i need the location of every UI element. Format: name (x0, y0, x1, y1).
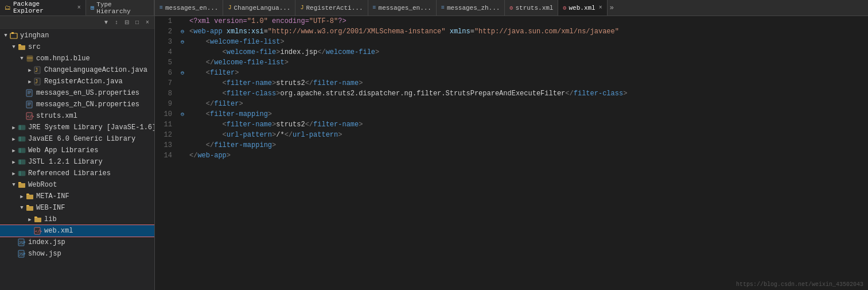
line-content: <filter-name>struts2</filter-name> (187, 119, 363, 130)
line-number: 4 (155, 48, 178, 56)
line-content: <filter-name>struts2</filter-name> (187, 78, 363, 88)
line-number: 9 (155, 100, 178, 108)
editor-tab-messages-en2-tab[interactable]: ≡messages_en... (368, 0, 437, 16)
editor-tab-webxml-tab[interactable]: ⚙web.xml× (558, 0, 607, 16)
panel-tab-package-explorer[interactable]: 🗂Package Explorer× (0, 0, 86, 16)
toolbar-btn-2[interactable]: ⊟ (122, 18, 131, 27)
toolbar-btn-3[interactable]: □ (133, 18, 142, 27)
tree-item-RegisterAction[interactable]: ▶JRegisterAction.java (0, 76, 154, 87)
panel-tab-close[interactable]: × (77, 5, 81, 11)
tree-item-webapp-lib[interactable]: ▶Web App Libraries (0, 145, 154, 156)
tree-arrow[interactable]: ▶ (26, 67, 33, 74)
tree-icon-lib (17, 146, 26, 155)
tree-icon-package (25, 54, 34, 63)
line-number: 11 (155, 121, 178, 129)
line-content: </filter-mapping> (187, 140, 276, 150)
line-content: </filter> (187, 99, 243, 109)
tree-arrow[interactable]: ▼ (18, 55, 25, 62)
line-number: 8 (155, 90, 178, 98)
line-number: 14 (155, 152, 178, 160)
tree-icon-project (9, 31, 18, 40)
tree-item-src[interactable]: ▼src (0, 41, 154, 53)
tree-arrow[interactable]: ▶ (26, 216, 33, 223)
tree-icon-java: J (33, 65, 42, 75)
tree-item-messages_en[interactable]: messages_en_US.properties (0, 87, 154, 99)
tree-label: lib (44, 215, 57, 223)
editor-tab-registeraction-tab[interactable]: JRegisterActi... (295, 0, 368, 16)
line-marker[interactable]: ⊖ (178, 28, 187, 35)
code-line-5: 5 </welcome-file-list> (155, 57, 868, 68)
tab-overflow-btn[interactable]: » (608, 0, 616, 16)
svg-rect-1 (11, 32, 14, 34)
tree-label: JavaEE 6.0 Generic Library (28, 135, 135, 143)
tree-arrow[interactable]: ▼ (10, 44, 17, 51)
line-content: <filter-mapping> (187, 109, 272, 119)
tree-label: index.jsp (28, 238, 65, 246)
editor-tab-struts-tab[interactable]: ⚙struts.xml (505, 0, 558, 16)
tree-label: META-INF (36, 192, 69, 200)
tree-arrow[interactable]: ▶ (10, 124, 17, 131)
tree-item-yinghan[interactable]: ▼yinghan (0, 30, 154, 41)
line-marker[interactable]: ⊖ (178, 111, 187, 118)
file-tree[interactable]: ▼yinghan▼src▼com.hnpi.blue▶JChangeLangua… (0, 29, 154, 290)
panel-tab-label: Package Explorer (13, 1, 73, 14)
toolbar-btn-1[interactable]: ↕ (112, 18, 121, 27)
panel-tabs: 🗂Package Explorer×⊞Type Hierarchy (0, 0, 154, 16)
tree-item-com.hnpi.blue[interactable]: ▼com.hnpi.blue (0, 53, 154, 64)
svg-rect-2 (27, 56, 33, 61)
tree-label: com.hnpi.blue (36, 55, 90, 63)
tree-arrow[interactable]: ▶ (26, 78, 33, 85)
type-hierarchy-icon: ⊞ (91, 4, 95, 11)
line-number: 13 (155, 141, 178, 149)
tree-item-ref-lib[interactable]: ▶Referenced Libraries (0, 168, 154, 179)
tree-arrow (18, 90, 25, 96)
tree-item-struts-xml[interactable]: </>struts.xml (0, 110, 154, 122)
line-marker[interactable]: ⊖ (178, 38, 187, 45)
tree-item-ChangeLanguageAction[interactable]: ▶JChangeLanguageAction.java (0, 64, 154, 76)
line-number: 6 (155, 69, 178, 77)
editor-tab-messages-en-tab[interactable]: ≡messages_en... (155, 0, 223, 16)
panel-tab-type-hierarchy[interactable]: ⊞Type Hierarchy (86, 0, 154, 16)
tree-icon-lib (17, 134, 26, 144)
editor-tab-changelanguage-tab[interactable]: JChangeLangua... (223, 0, 295, 16)
code-line-8: 8 <filter-class>org.apache.struts2.dispa… (155, 88, 868, 99)
tree-item-messages_zh[interactable]: messages_zh_CN.properties (0, 99, 154, 110)
tree-item-web-xml[interactable]: </>web.xml (0, 225, 154, 237)
package-explorer-icon: 🗂 (5, 4, 11, 11)
editor-tab-messages-zh-tab[interactable]: ≡messages_zh... (437, 0, 505, 16)
tree-item-webroot[interactable]: ▼WebRoot (0, 179, 154, 191)
toolbar-btn-0[interactable]: ▼ (102, 18, 111, 27)
tree-item-jre-lib[interactable]: ▶JRE System Library [JavaSE-1.6] (0, 122, 154, 133)
tab-props-icon: ≡ (441, 5, 445, 11)
tree-item-jstl-lib[interactable]: ▶JSTL 1.2.1 Library (0, 156, 154, 168)
svg-text:J: J (35, 68, 38, 73)
code-line-2: 2⊖<web-app xmlns:xsi="http://www.w3.org/… (155, 26, 868, 37)
tree-arrow[interactable]: ▶ (10, 136, 17, 142)
tab-java-icon: J (228, 5, 231, 11)
tab-label: web.xml (569, 5, 595, 11)
toolbar-btn-4[interactable]: × (143, 18, 152, 27)
tab-java-icon: J (300, 5, 303, 11)
line-content: </welcome-file-list> (187, 57, 289, 68)
tree-icon-folder (25, 203, 34, 212)
tab-close-btn[interactable]: × (599, 5, 602, 11)
tree-item-lib[interactable]: ▶lib (0, 214, 154, 225)
tree-arrow[interactable]: ▶ (18, 193, 25, 200)
tree-item-meta-inf[interactable]: ▶META-INF (0, 191, 154, 202)
tree-label: src (28, 43, 41, 51)
tree-item-web-inf[interactable]: ▼WEB-INF (0, 202, 154, 214)
tree-arrow[interactable]: ▼ (18, 204, 25, 211)
tree-arrow[interactable]: ▶ (10, 158, 17, 165)
line-content: </web-app> (187, 150, 231, 161)
code-line-7: 7 <filter-name>struts2</filter-name> (155, 78, 868, 88)
line-marker[interactable]: ⊖ (178, 69, 187, 76)
tree-arrow[interactable]: ▼ (2, 32, 9, 39)
tree-arrow[interactable]: ▼ (10, 181, 17, 188)
tree-label: messages_en_US.properties (36, 89, 139, 97)
tree-item-index-jsp[interactable]: JSPindex.jsp (0, 237, 154, 248)
tree-label: WEB-INF (36, 204, 65, 212)
tree-item-show-jsp[interactable]: JSPshow.jsp (0, 248, 154, 260)
tree-arrow[interactable]: ▶ (10, 147, 17, 154)
tree-arrow[interactable]: ▶ (10, 170, 17, 177)
tree-item-javaee-lib[interactable]: ▶JavaEE 6.0 Generic Library (0, 133, 154, 145)
